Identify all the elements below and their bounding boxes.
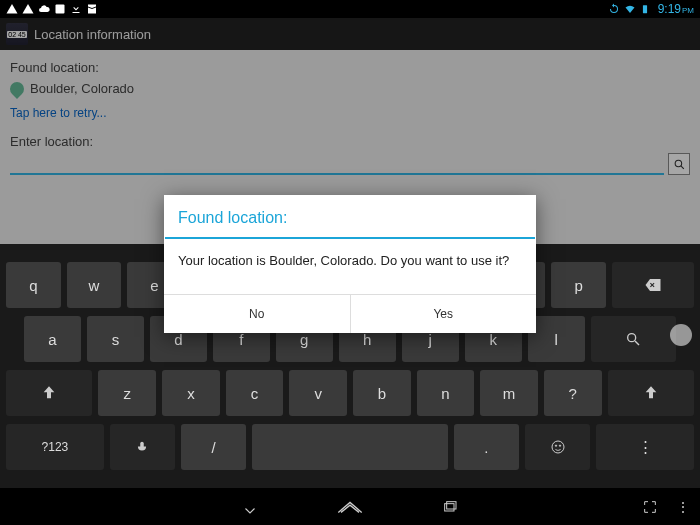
warning-icon	[22, 3, 34, 15]
wifi-icon	[624, 3, 636, 15]
key-c[interactable]: c	[226, 370, 284, 416]
dialog-actions: No Yes	[164, 294, 536, 333]
key-m[interactable]: m	[480, 370, 538, 416]
navigation-bar: ⋮	[0, 488, 700, 525]
keyboard-row-4: ?123 / . ⋮	[6, 424, 694, 470]
key-shift[interactable]	[6, 370, 92, 416]
sync-icon	[608, 3, 620, 15]
key-v[interactable]: v	[289, 370, 347, 416]
svg-point-7	[552, 441, 564, 453]
key-slash[interactable]: /	[181, 424, 246, 470]
dialog-no-button[interactable]: No	[164, 295, 350, 333]
found-location-dialog: Found location: Your location is Boulder…	[164, 195, 536, 333]
status-left	[6, 3, 98, 15]
key-search[interactable]	[591, 316, 676, 362]
svg-point-9	[559, 445, 560, 446]
key-mic[interactable]	[110, 424, 175, 470]
key-more[interactable]: ⋮	[596, 424, 694, 470]
key-z[interactable]: z	[98, 370, 156, 416]
svg-rect-1	[643, 5, 647, 13]
key-backspace[interactable]	[612, 262, 694, 308]
key-b[interactable]: b	[353, 370, 411, 416]
svg-rect-10	[445, 503, 454, 510]
dialog-title: Found location:	[164, 195, 536, 237]
dialog-yes-button[interactable]: Yes	[350, 295, 537, 333]
key-s[interactable]: s	[87, 316, 144, 362]
key-space[interactable]	[252, 424, 448, 470]
key-question[interactable]: ?	[544, 370, 602, 416]
clock: 9:19PM	[658, 2, 694, 16]
picture-icon	[54, 3, 66, 15]
status-right: 9:19PM	[608, 2, 694, 16]
key-symbols[interactable]: ?123	[6, 424, 104, 470]
key-q[interactable]: q	[6, 262, 61, 308]
status-bar: 9:19PM	[0, 0, 700, 18]
cloud-icon	[38, 3, 50, 15]
key-shift-right[interactable]	[608, 370, 694, 416]
key-l[interactable]: l	[528, 316, 585, 362]
svg-point-8	[555, 445, 556, 446]
dialog-body: Your location is Boulder, Colorado. Do y…	[164, 239, 536, 294]
nav-hide-keyboard[interactable]	[235, 495, 265, 519]
play-store-icon	[86, 3, 98, 15]
key-x[interactable]: x	[162, 370, 220, 416]
svg-point-4	[628, 334, 636, 342]
assist-handle-icon[interactable]	[670, 324, 692, 346]
nav-menu-icon[interactable]: ⋮	[676, 499, 690, 515]
key-period[interactable]: .	[454, 424, 519, 470]
key-w[interactable]: w	[67, 262, 122, 308]
keyboard-row-3: z x c v b n m ?	[6, 370, 694, 416]
download-icon	[70, 3, 82, 15]
key-n[interactable]: n	[417, 370, 475, 416]
key-a[interactable]: a	[24, 316, 81, 362]
svg-line-5	[635, 341, 639, 345]
svg-rect-0	[56, 5, 65, 14]
nav-fullscreen-icon[interactable]	[642, 499, 658, 515]
battery-icon	[640, 3, 652, 15]
key-emoji[interactable]	[525, 424, 590, 470]
nav-home[interactable]	[335, 495, 365, 519]
nav-recents[interactable]	[435, 495, 465, 519]
key-p[interactable]: p	[551, 262, 606, 308]
svg-rect-11	[447, 501, 456, 508]
warning-icon	[6, 3, 18, 15]
